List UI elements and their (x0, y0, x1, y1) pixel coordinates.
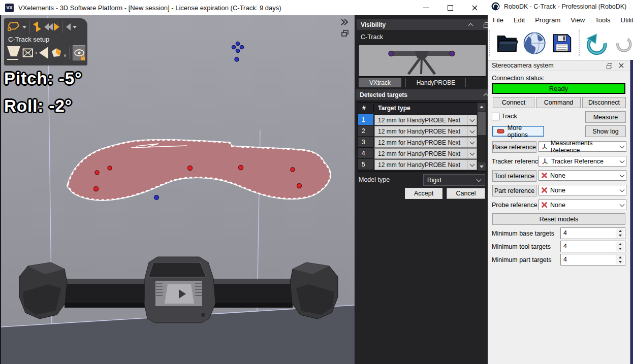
menu-view[interactable]: View (565, 16, 590, 24)
maximize-button[interactable] (439, 0, 461, 15)
toolbar-grip[interactable] (579, 30, 581, 56)
cascade-windows-button[interactable] (341, 29, 348, 36)
cancel-button[interactable]: Cancel (447, 188, 485, 199)
stereocamera-panel-titlebar[interactable]: Stereocamera system (488, 60, 630, 71)
scrollbar-thumb[interactable] (478, 112, 486, 135)
spin-up-icon[interactable] (616, 228, 624, 234)
save-station-button[interactable] (551, 30, 574, 56)
base-reference-button[interactable]: Base reference (492, 141, 536, 153)
table-row[interactable]: 1 12 mm for HandyPROBE Next (358, 114, 486, 125)
flip-targets-icon[interactable] (33, 21, 42, 32)
history-dropdown-caret[interactable] (73, 26, 77, 28)
tab-separator (405, 78, 406, 87)
visibility-section-header[interactable]: Visibility (357, 19, 493, 30)
menu-file[interactable]: File (488, 16, 509, 24)
table-scrollbar[interactable] (478, 103, 486, 171)
vxelements-logo-icon: VX (5, 4, 14, 12)
disconnect-button[interactable]: Disconnect (582, 97, 626, 108)
tab-handyprobe[interactable]: HandyPROBE (409, 78, 462, 87)
stereocamera-panel-title: Stereocamera system (492, 62, 554, 69)
panel-expand-button[interactable] (340, 18, 349, 28)
detected-targets-section-header[interactable]: Detected targets (356, 89, 494, 100)
3d-viewport[interactable] (1, 15, 355, 364)
min-base-targets-spinner[interactable]: 4 (560, 227, 625, 239)
menu-program[interactable]: Program (530, 16, 565, 24)
frustum-icon[interactable] (22, 47, 34, 59)
menu-edit[interactable]: Edit (509, 16, 530, 24)
cone-icon[interactable] (7, 46, 20, 60)
dropdown-chevron-icon[interactable] (467, 160, 477, 170)
spin-down-icon[interactable] (616, 234, 624, 239)
min-base-targets-value: 4 (563, 229, 567, 237)
more-options-button[interactable]: More options (492, 126, 544, 137)
column-header-num[interactable]: # (358, 105, 373, 112)
step-back-icon[interactable] (66, 23, 71, 30)
scroll-down-icon[interactable] (478, 162, 486, 171)
column-header-type[interactable]: Target type (373, 105, 478, 112)
visibility-lock-button[interactable] (73, 45, 85, 60)
command-button[interactable]: Command (536, 97, 581, 108)
float-panel-icon[interactable] (607, 63, 612, 68)
close-panel-icon[interactable] (619, 63, 624, 68)
target-type-dropdown[interactable]: 12 mm for HandyPROBE Next (374, 137, 477, 148)
min-part-targets-spinner[interactable]: 4 (560, 254, 625, 266)
field-of-view-icon[interactable] (39, 47, 48, 59)
tool-reference-button[interactable]: Tool reference (492, 170, 536, 182)
measurement-volume-icon[interactable] (50, 46, 62, 60)
part-reference-dropdown[interactable]: None (539, 185, 626, 195)
dropdown-chevron-icon[interactable] (467, 126, 477, 136)
previous-next-view-icon[interactable] (44, 21, 59, 32)
probe-reference-dropdown[interactable]: None (539, 200, 626, 210)
selection-dropdown-caret[interactable] (22, 26, 26, 28)
accept-button[interactable]: Accept (405, 188, 442, 199)
dropdown-chevron-icon[interactable] (467, 149, 477, 158)
dropdown-chevron-icon[interactable] (467, 115, 477, 125)
reset-models-button[interactable]: Reset models (492, 213, 625, 225)
connect-button[interactable]: Connect (493, 97, 534, 108)
tracker-reference-dropdown[interactable]: Tracker Reference (539, 156, 626, 167)
measure-button[interactable]: Measure (585, 111, 626, 123)
visibility-title: Visibility (361, 21, 386, 28)
minimize-button[interactable] (415, 0, 437, 15)
open-file-button[interactable] (496, 31, 519, 55)
target-type-dropdown[interactable]: 12 mm for HandyPROBE Next (374, 126, 477, 137)
open-online-library-button[interactable] (522, 29, 547, 57)
selection-lasso-icon[interactable] (7, 21, 20, 33)
connection-status-label: Connection status: (492, 75, 545, 82)
track-checkbox[interactable] (492, 113, 499, 120)
table-row[interactable]: 4 12 mm for HandyPROBE Next (358, 148, 486, 159)
tab-vxtrack[interactable]: VXtrack (359, 78, 401, 87)
spin-up-icon[interactable] (616, 242, 624, 247)
model-type-dropdown[interactable]: Rigid (423, 174, 485, 186)
dot-separator (64, 54, 66, 57)
spin-down-icon[interactable] (616, 247, 624, 252)
collapse-icon[interactable] (468, 23, 473, 28)
lock-icon (80, 55, 86, 61)
target-type-dropdown[interactable]: 12 mm for HandyPROBE Next (374, 159, 477, 170)
min-tool-targets-spinner[interactable]: 4 (560, 241, 625, 252)
scroll-up-icon[interactable] (478, 103, 486, 111)
spin-up-icon[interactable] (616, 255, 624, 260)
more-options-label: More options (508, 124, 544, 139)
target-type-dropdown[interactable]: 12 mm for HandyPROBE Next (374, 115, 477, 125)
close-button[interactable] (463, 0, 486, 15)
tool-reference-dropdown[interactable]: None (539, 170, 626, 181)
part-reference-button[interactable]: Part reference (492, 185, 536, 196)
undo-button[interactable] (585, 30, 609, 56)
table-row[interactable]: 3 12 mm for HandyPROBE Next (358, 137, 486, 148)
base-reference-value: Measurements Reference (551, 140, 618, 154)
base-reference-dropdown[interactable]: Measurements Reference (539, 141, 626, 152)
show-log-button[interactable]: Show log (585, 125, 626, 137)
dropdown-chevron-icon[interactable] (467, 138, 477, 147)
probe-reference-label: Probe reference (492, 202, 537, 209)
menu-tools[interactable]: Tools (590, 16, 615, 24)
menu-utilities[interactable]: Utilities (616, 16, 633, 24)
none-x-icon (541, 172, 548, 179)
toolbar-grip[interactable] (489, 30, 492, 56)
target-type-dropdown[interactable]: 12 mm for HandyPROBE Next (374, 148, 477, 159)
table-row[interactable]: 2 12 mm for HandyPROBE Next (358, 125, 486, 137)
spin-down-icon[interactable] (616, 260, 624, 265)
redo-button[interactable] (615, 30, 633, 56)
visibility-item-label[interactable]: C-Track (361, 34, 383, 41)
table-row[interactable]: 5 12 mm for HandyPROBE Next (358, 159, 486, 170)
